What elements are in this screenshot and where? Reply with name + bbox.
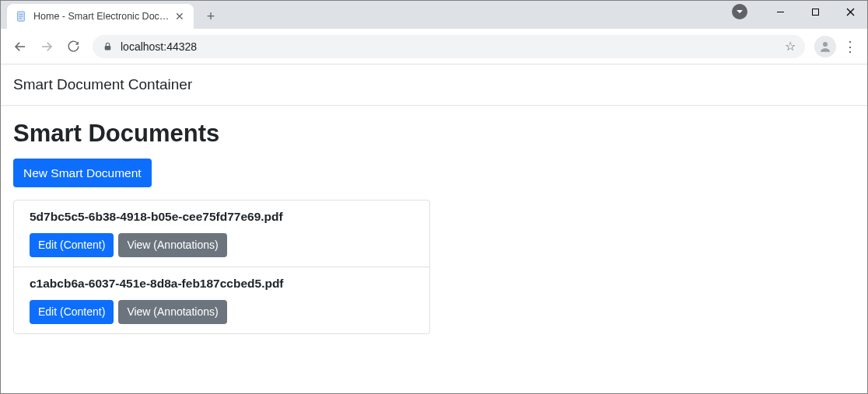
tab-close-icon[interactable]: ✕ xyxy=(173,10,186,23)
browser-tab[interactable]: Home - Smart Electronic Docume ✕ xyxy=(7,4,194,29)
url-text: localhost:44328 xyxy=(121,40,197,53)
profile-avatar-icon[interactable] xyxy=(814,36,836,58)
app-navbar: Smart Document Container xyxy=(1,65,867,106)
tab-title: Home - Smart Electronic Docume xyxy=(33,11,173,22)
svg-rect-6 xyxy=(813,9,819,15)
svg-rect-11 xyxy=(104,46,110,50)
list-item: 5d7bc5c5-6b38-4918-b05e-cee75fd77e69.pdf… xyxy=(14,200,429,267)
window-controls xyxy=(732,0,868,23)
list-item: c1abcb6a-6037-451e-8d8a-feb187ccbed5.pdf… xyxy=(14,267,429,333)
svg-point-12 xyxy=(823,42,828,47)
window-close-button[interactable] xyxy=(833,0,868,23)
edit-content-button[interactable]: Edit (Content) xyxy=(30,300,114,324)
lock-icon xyxy=(102,41,113,52)
document-actions: Edit (Content) View (Annotations) xyxy=(30,233,414,257)
window-maximize-button[interactable] xyxy=(798,0,833,23)
forward-button[interactable] xyxy=(33,33,60,60)
browser-chrome: Home - Smart Electronic Docume ✕ + xyxy=(1,1,867,65)
document-name: 5d7bc5c5-6b38-4918-b05e-cee75fd77e69.pdf xyxy=(30,210,414,224)
new-smart-document-button[interactable]: New Smart Document xyxy=(13,159,152,187)
page-title: Smart Documents xyxy=(13,120,855,148)
documents-list: 5d7bc5c5-6b38-4918-b05e-cee75fd77e69.pdf… xyxy=(13,200,430,334)
document-name: c1abcb6a-6037-451e-8d8a-feb187ccbed5.pdf xyxy=(30,277,414,291)
svg-marker-4 xyxy=(737,10,743,13)
profile-indicator-icon[interactable] xyxy=(732,4,747,19)
browser-toolbar: localhost:44328 ☆ ⋮ xyxy=(1,29,867,65)
bookmark-star-icon[interactable]: ☆ xyxy=(785,39,796,54)
address-bar[interactable]: localhost:44328 ☆ xyxy=(93,35,805,58)
edit-content-button[interactable]: Edit (Content) xyxy=(30,233,114,257)
tab-favicon-icon xyxy=(15,10,27,23)
navbar-brand[interactable]: Smart Document Container xyxy=(13,76,192,93)
window-minimize-button[interactable] xyxy=(763,0,798,23)
reload-button[interactable] xyxy=(60,33,86,60)
back-button[interactable] xyxy=(7,33,33,60)
view-annotations-button[interactable]: View (Annotations) xyxy=(118,300,226,324)
document-actions: Edit (Content) View (Annotations) xyxy=(30,300,414,324)
browser-menu-button[interactable]: ⋮ xyxy=(839,36,861,58)
page-content: Smart Documents New Smart Document 5d7bc… xyxy=(1,106,867,345)
new-tab-button[interactable]: + xyxy=(200,5,222,27)
view-annotations-button[interactable]: View (Annotations) xyxy=(118,233,226,257)
